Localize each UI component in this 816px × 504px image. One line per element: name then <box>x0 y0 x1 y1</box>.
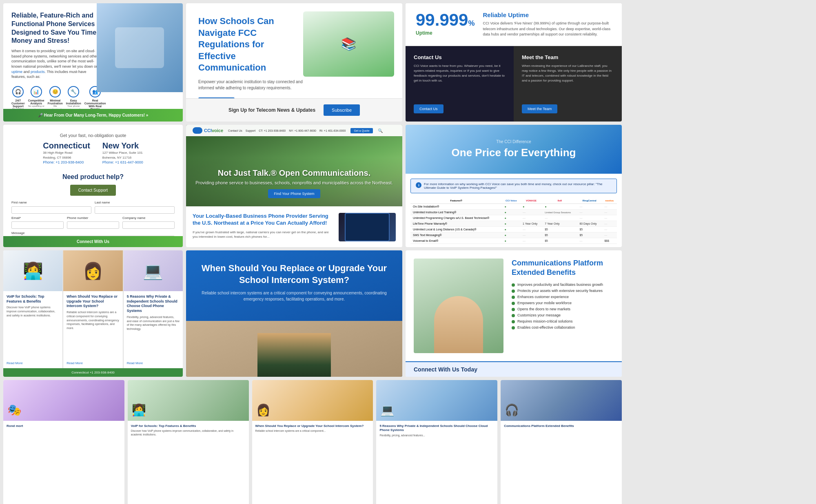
benefit-3: Enhances customer experience <box>512 295 614 299</box>
school-img-inner: 📚 <box>303 11 394 77</box>
phone-label: Phone number <box>67 216 119 220</box>
email-group: Email* <box>11 216 64 229</box>
team-button[interactable]: Meet the Team <box>522 104 557 113</box>
benefit-text-2: Protects your assets with extensive secu… <box>517 289 603 293</box>
cci-difference-label: The CCI Difference <box>416 139 612 144</box>
email-input[interactable] <box>11 221 64 229</box>
lower-image <box>339 213 396 241</box>
thumb-5: 🎧 Communications Platform Extended Benef… <box>501 380 622 504</box>
price-title: One Price for Everything <box>416 146 612 159</box>
last-name-input[interactable] <box>95 206 175 214</box>
phone-input[interactable] <box>67 221 119 229</box>
intercom-post-desc: Reliable school intercom systems are a c… <box>67 310 119 360</box>
benefit-text-8: Enables cost-effective collaboration <box>517 325 575 329</box>
benefit-dot-5 <box>512 308 515 311</box>
uptime-title: Reliable Uptime <box>483 11 612 18</box>
cloud-read-more[interactable]: Read More <box>127 361 180 365</box>
benefit-1: Improves productivity and facilitates bu… <box>512 283 614 287</box>
blog-posts-row: 👩‍💻 VoIP for Schools: Top Features & Ben… <box>3 250 183 368</box>
panel-comm-benefits: Communications Platform Extended Benefit… <box>406 250 622 377</box>
connect-footer: Connect With Us Today <box>406 361 622 377</box>
support-title: 24/7 Customer Support <box>11 99 25 108</box>
thumb-2-image: 👩‍💻 <box>128 380 249 421</box>
col-features: Features® <box>410 197 502 204</box>
first-name-input[interactable] <box>11 206 91 214</box>
panel-blog-posts: 👩‍💻 VoIP for Schools: Top Features & Ben… <box>3 250 183 377</box>
ct-phone[interactable]: Phone: +1 203-938-8400 <box>43 160 90 164</box>
thumb-3-content: When Should You Replace or Upgrade Your … <box>252 421 373 504</box>
uptime-number-group: 99.999% Uptime <box>416 11 475 36</box>
email-label: Email* <box>11 216 64 220</box>
phone-group: Phone number <box>67 216 119 229</box>
benefit-dot-3 <box>512 296 515 299</box>
lower-section: Your Locally-Based Business Phone Provid… <box>186 206 402 247</box>
school-image: 📚 <box>303 11 394 77</box>
uptime-number: 99.999 <box>416 10 468 29</box>
first-name-group: First name <box>11 201 91 214</box>
hero-area: CCIvoice Contact Us Support CT: +1 203-9… <box>186 125 402 206</box>
message-label: Message <box>11 231 175 235</box>
connect-bar: Connect With Us <box>3 236 183 247</box>
main-title: Reliable, Feature-Rich and Functional Ph… <box>11 11 101 45</box>
benefit-5: Opens the doors to new markets <box>512 307 614 311</box>
benefit-dot-1 <box>512 283 515 287</box>
benefit-dot-8 <box>512 326 515 329</box>
comparison-table: Features® CCI Voice VONAGE 8x8 RingCentr… <box>410 197 617 244</box>
cloud-icon: 💻 <box>143 261 163 281</box>
thumb-3-title: When Should You Replace or Upgrade Your … <box>255 424 370 428</box>
thumb-4-title: 5 Reasons Why Private & Independent Scho… <box>379 424 494 433</box>
team-desc: When reviewing the experience of our LaB… <box>522 64 614 100</box>
info-text: For more information on why working with… <box>424 182 612 190</box>
school-title: How Schools Can Navigate FCC Regulations… <box>198 15 304 74</box>
headset-person-shape <box>434 296 483 353</box>
signup-bar: Sign Up for Telecom News & Updates Subsc… <box>186 98 402 122</box>
screen-mockup <box>345 213 390 241</box>
thumb-2-title: VoIP for Schools: Top Features & Benefit… <box>131 424 246 428</box>
contact-support-button[interactable]: Contact Support <box>70 185 116 196</box>
thumb-3-image: 👩 <box>252 380 373 421</box>
lower-title: Your Locally-Based Business Phone Provid… <box>193 213 332 227</box>
cloud-post-title: 5 Reasons Why Private & Independent Scho… <box>127 294 180 314</box>
benefit-dot-2 <box>512 290 515 293</box>
connecticut-bar: Connecticut +1 203-938-8400 <box>3 368 183 377</box>
products-link[interactable]: products <box>31 70 45 74</box>
thumbnail-row: 🎭 Rond mort 👩‍💻 VoIP for Schools: Top Fe… <box>3 380 622 504</box>
price-body: ℹ For more information on why working wi… <box>406 174 622 247</box>
last-name-label: Last name <box>95 201 175 204</box>
uptime-description-area: Reliable Uptime CCI Voice delivers 'Five… <box>483 11 612 38</box>
uptime-label: Uptime <box>416 30 475 36</box>
benefit-4: Empowers your mobile workforce <box>512 301 614 305</box>
signup-text: Sign Up for Telecom News & Updates <box>228 107 315 113</box>
woman-silhouette <box>257 333 331 377</box>
voip-post-content: VoIP for Schools: Top Features & Benefit… <box>3 291 62 368</box>
thumb-5-icon: 🎧 <box>505 403 519 417</box>
ct-connect-text: Connecticut +1 203-938-8400 <box>71 371 115 374</box>
cta-bar[interactable]: 🎤 Hear From Our Many Long-Term, Happy Cu… <box>3 109 183 122</box>
thumb-2-icon: 👩‍💻 <box>132 403 146 417</box>
thumb-2-content: VoIP for Schools: Top Features & Benefit… <box>128 421 249 504</box>
benefit-2: Protects your assets with extensive secu… <box>512 289 614 293</box>
col-vonage: VONAGE <box>520 197 542 204</box>
intercom-read-more[interactable]: Read More <box>67 361 119 365</box>
panel-contact-form: Get your fast, no-obligation quote Conne… <box>3 125 183 247</box>
hero-image <box>97 3 183 92</box>
voip-read-more[interactable]: Read More <box>7 361 59 365</box>
voip-post-desc: Discover how VoIP phone systems improve … <box>7 305 59 360</box>
thumb-1-content: Rond mort <box>3 421 124 504</box>
benefit-text-3: Enhances customer experience <box>517 295 569 299</box>
thumb-4-desc: Flexibility, pricing, advanced features.… <box>379 434 494 504</box>
subscribe-button[interactable]: Subscribe <box>324 104 360 116</box>
ny-phone[interactable]: Phone: +1 631-447-9000 <box>102 160 143 164</box>
contact-button[interactable]: Contact Us <box>414 104 443 113</box>
panel-not-just-talk: CCIvoice Contact Us Support CT: +1 203-9… <box>186 125 402 247</box>
benefit-text-4: Empowers your mobile workforce <box>517 301 572 305</box>
ct-address: 38 High Ridge RoadRedding, CT 06896 <box>43 150 90 160</box>
find-phone-button[interactable]: Find Your Phone System <box>268 189 320 198</box>
thumb-1-icon: 🎭 <box>7 403 22 417</box>
benefit-text-6: Customizes your message <box>517 313 561 317</box>
blog-post-intercom: 👩 When Should You Replace or Upgrade You… <box>63 250 122 368</box>
company-input[interactable] <box>122 221 175 229</box>
panel-uptime-contact: 99.999% Uptime Reliable Uptime CCI Voice… <box>406 3 622 122</box>
uptime-link[interactable]: uptime <box>11 70 22 74</box>
team-section: Meet the Team When reviewing the experie… <box>514 46 622 122</box>
